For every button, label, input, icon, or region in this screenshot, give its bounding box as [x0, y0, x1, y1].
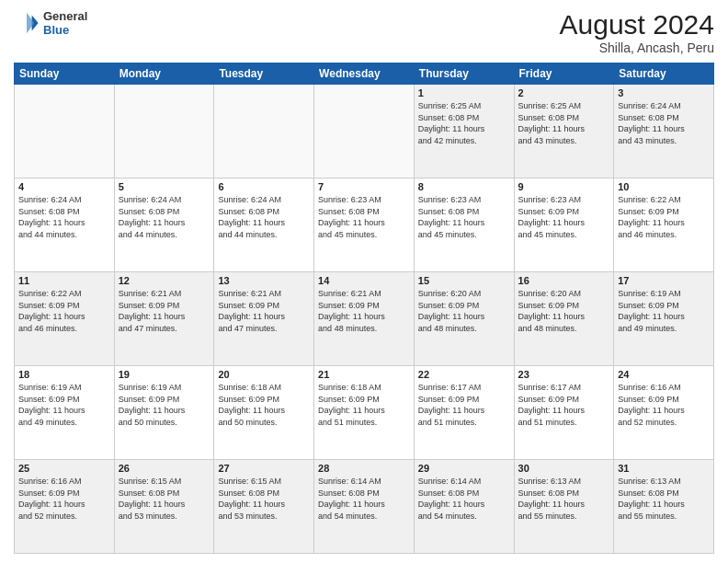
day-number: 16	[518, 275, 610, 286]
calendar-cell: 21Sunrise: 6:18 AM Sunset: 6:09 PM Dayli…	[314, 366, 415, 460]
day-number: 31	[618, 463, 710, 474]
calendar-header-saturday: Saturday	[614, 63, 714, 85]
calendar-cell: 27Sunrise: 6:15 AM Sunset: 6:08 PM Dayli…	[214, 460, 314, 554]
calendar-header-tuesday: Tuesday	[214, 63, 314, 85]
calendar-cell: 13Sunrise: 6:21 AM Sunset: 6:09 PM Dayli…	[214, 272, 314, 366]
day-number: 1	[418, 87, 510, 98]
calendar-cell	[314, 85, 415, 178]
day-number: 21	[318, 369, 410, 380]
calendar-week-3: 11Sunrise: 6:22 AM Sunset: 6:09 PM Dayli…	[15, 272, 714, 366]
logo-icon	[14, 10, 40, 36]
calendar-cell: 4Sunrise: 6:24 AM Sunset: 6:08 PM Daylig…	[15, 178, 115, 272]
calendar-table: SundayMondayTuesdayWednesdayThursdayFrid…	[14, 63, 714, 554]
cell-info: Sunrise: 6:14 AM Sunset: 6:08 PM Dayligh…	[318, 476, 410, 522]
cell-info: Sunrise: 6:21 AM Sunset: 6:09 PM Dayligh…	[218, 288, 310, 334]
day-number: 27	[218, 463, 310, 474]
cell-info: Sunrise: 6:17 AM Sunset: 6:09 PM Dayligh…	[418, 382, 510, 428]
cell-info: Sunrise: 6:19 AM Sunset: 6:09 PM Dayligh…	[119, 382, 210, 428]
calendar-week-2: 4Sunrise: 6:24 AM Sunset: 6:08 PM Daylig…	[15, 178, 714, 272]
calendar-cell: 6Sunrise: 6:24 AM Sunset: 6:08 PM Daylig…	[214, 178, 314, 272]
day-number: 28	[318, 463, 410, 474]
cell-info: Sunrise: 6:23 AM Sunset: 6:08 PM Dayligh…	[418, 194, 510, 240]
calendar-week-4: 18Sunrise: 6:19 AM Sunset: 6:09 PM Dayli…	[15, 366, 714, 460]
calendar-cell: 30Sunrise: 6:13 AM Sunset: 6:08 PM Dayli…	[514, 460, 614, 554]
day-number: 30	[518, 463, 610, 474]
calendar-cell: 23Sunrise: 6:17 AM Sunset: 6:09 PM Dayli…	[514, 366, 614, 460]
cell-info: Sunrise: 6:20 AM Sunset: 6:09 PM Dayligh…	[418, 288, 510, 334]
day-number: 11	[18, 275, 110, 286]
day-number: 20	[218, 369, 310, 380]
calendar-cell: 29Sunrise: 6:14 AM Sunset: 6:08 PM Dayli…	[414, 460, 514, 554]
calendar-header-thursday: Thursday	[414, 63, 514, 85]
cell-info: Sunrise: 6:23 AM Sunset: 6:09 PM Dayligh…	[518, 194, 610, 240]
day-number: 19	[119, 369, 210, 380]
calendar-cell: 26Sunrise: 6:15 AM Sunset: 6:08 PM Dayli…	[114, 460, 214, 554]
cell-info: Sunrise: 6:23 AM Sunset: 6:08 PM Dayligh…	[318, 194, 410, 240]
cell-info: Sunrise: 6:24 AM Sunset: 6:08 PM Dayligh…	[618, 100, 710, 146]
calendar-header-friday: Friday	[514, 63, 614, 85]
page: General Blue August 2024 Shilla, Ancash,…	[0, 0, 728, 563]
svg-marker-1	[27, 13, 34, 33]
calendar-cell: 25Sunrise: 6:16 AM Sunset: 6:09 PM Dayli…	[15, 460, 115, 554]
cell-info: Sunrise: 6:13 AM Sunset: 6:08 PM Dayligh…	[618, 476, 710, 522]
day-number: 29	[418, 463, 510, 474]
day-number: 26	[119, 463, 210, 474]
cell-info: Sunrise: 6:24 AM Sunset: 6:08 PM Dayligh…	[119, 194, 210, 240]
day-number: 15	[418, 275, 510, 286]
day-number: 4	[18, 181, 110, 192]
cell-info: Sunrise: 6:15 AM Sunset: 6:08 PM Dayligh…	[119, 476, 210, 522]
calendar-header-monday: Monday	[114, 63, 214, 85]
day-number: 23	[518, 369, 610, 380]
cell-info: Sunrise: 6:18 AM Sunset: 6:09 PM Dayligh…	[318, 382, 410, 428]
day-number: 13	[218, 275, 310, 286]
calendar-cell: 14Sunrise: 6:21 AM Sunset: 6:09 PM Dayli…	[314, 272, 415, 366]
calendar-cell: 16Sunrise: 6:20 AM Sunset: 6:09 PM Dayli…	[514, 272, 614, 366]
day-number: 2	[518, 87, 610, 98]
calendar-cell: 10Sunrise: 6:22 AM Sunset: 6:09 PM Dayli…	[614, 178, 714, 272]
month-year: August 2024	[560, 9, 714, 40]
location: Shilla, Ancash, Peru	[560, 40, 714, 55]
header: General Blue August 2024 Shilla, Ancash,…	[14, 9, 714, 55]
calendar-cell	[15, 85, 115, 178]
calendar-header-row: SundayMondayTuesdayWednesdayThursdayFrid…	[15, 63, 714, 85]
calendar-cell: 3Sunrise: 6:24 AM Sunset: 6:08 PM Daylig…	[614, 85, 714, 178]
logo-text: General Blue	[43, 9, 87, 37]
calendar-cell: 11Sunrise: 6:22 AM Sunset: 6:09 PM Dayli…	[15, 272, 115, 366]
calendar-cell: 20Sunrise: 6:18 AM Sunset: 6:09 PM Dayli…	[214, 366, 314, 460]
calendar-cell	[114, 85, 214, 178]
calendar-cell: 17Sunrise: 6:19 AM Sunset: 6:09 PM Dayli…	[614, 272, 714, 366]
cell-info: Sunrise: 6:22 AM Sunset: 6:09 PM Dayligh…	[618, 194, 710, 240]
day-number: 9	[518, 181, 610, 192]
day-number: 5	[119, 181, 210, 192]
title-block: August 2024 Shilla, Ancash, Peru	[560, 9, 714, 55]
cell-info: Sunrise: 6:25 AM Sunset: 6:08 PM Dayligh…	[518, 100, 610, 146]
day-number: 25	[18, 463, 110, 474]
calendar-cell	[214, 85, 314, 178]
calendar-cell: 24Sunrise: 6:16 AM Sunset: 6:09 PM Dayli…	[614, 366, 714, 460]
cell-info: Sunrise: 6:20 AM Sunset: 6:09 PM Dayligh…	[518, 288, 610, 334]
cell-info: Sunrise: 6:14 AM Sunset: 6:08 PM Dayligh…	[418, 476, 510, 522]
day-number: 14	[318, 275, 410, 286]
cell-info: Sunrise: 6:13 AM Sunset: 6:08 PM Dayligh…	[518, 476, 610, 522]
calendar-week-1: 1Sunrise: 6:25 AM Sunset: 6:08 PM Daylig…	[15, 85, 714, 178]
calendar-header-wednesday: Wednesday	[314, 63, 415, 85]
calendar-cell: 15Sunrise: 6:20 AM Sunset: 6:09 PM Dayli…	[414, 272, 514, 366]
day-number: 12	[119, 275, 210, 286]
calendar-cell: 22Sunrise: 6:17 AM Sunset: 6:09 PM Dayli…	[414, 366, 514, 460]
calendar-cell: 8Sunrise: 6:23 AM Sunset: 6:08 PM Daylig…	[414, 178, 514, 272]
calendar-week-5: 25Sunrise: 6:16 AM Sunset: 6:09 PM Dayli…	[15, 460, 714, 554]
cell-info: Sunrise: 6:19 AM Sunset: 6:09 PM Dayligh…	[618, 288, 710, 334]
cell-info: Sunrise: 6:17 AM Sunset: 6:09 PM Dayligh…	[518, 382, 610, 428]
day-number: 8	[418, 181, 510, 192]
day-number: 18	[18, 369, 110, 380]
cell-info: Sunrise: 6:21 AM Sunset: 6:09 PM Dayligh…	[119, 288, 210, 334]
calendar-cell: 18Sunrise: 6:19 AM Sunset: 6:09 PM Dayli…	[15, 366, 115, 460]
cell-info: Sunrise: 6:18 AM Sunset: 6:09 PM Dayligh…	[218, 382, 310, 428]
cell-info: Sunrise: 6:24 AM Sunset: 6:08 PM Dayligh…	[18, 194, 110, 240]
calendar-cell: 12Sunrise: 6:21 AM Sunset: 6:09 PM Dayli…	[114, 272, 214, 366]
calendar-cell: 31Sunrise: 6:13 AM Sunset: 6:08 PM Dayli…	[614, 460, 714, 554]
calendar-cell: 5Sunrise: 6:24 AM Sunset: 6:08 PM Daylig…	[114, 178, 214, 272]
calendar-cell: 19Sunrise: 6:19 AM Sunset: 6:09 PM Dayli…	[114, 366, 214, 460]
cell-info: Sunrise: 6:22 AM Sunset: 6:09 PM Dayligh…	[18, 288, 110, 334]
day-number: 7	[318, 181, 410, 192]
